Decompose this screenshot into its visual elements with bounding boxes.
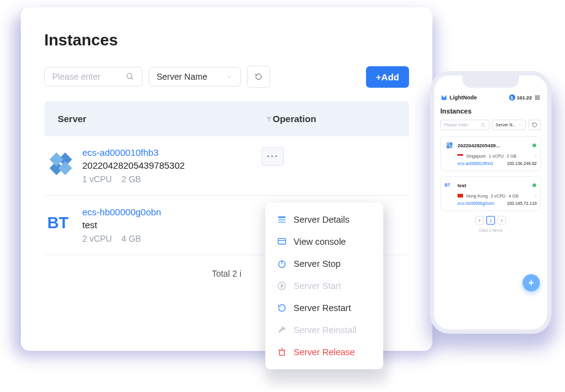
svg-text:BT: BT xyxy=(445,183,451,187)
refresh-button[interactable] xyxy=(247,66,270,88)
chevron-down-icon xyxy=(518,123,522,127)
search-placeholder: Please enter xyxy=(52,72,101,82)
col-operation-label: Operation xyxy=(273,113,395,124)
menu-server-details[interactable]: Server Details xyxy=(265,209,383,231)
pager-page[interactable]: 1 xyxy=(486,216,495,225)
search-icon xyxy=(126,72,134,81)
card-title: 20220428205439... xyxy=(458,143,500,148)
phone-instance-card[interactable]: BT test Hong Kong 2 vCPU 4 GB › ecs-hb00… xyxy=(440,176,541,211)
ip-address: 103.145.72.119 xyxy=(507,201,537,206)
menu-view-console[interactable]: View console xyxy=(265,231,383,253)
brand: LightNode xyxy=(440,94,477,101)
server-name: test xyxy=(82,220,262,230)
phone-refresh-button[interactable] xyxy=(528,120,541,130)
phone-mockup: LightNode $ 101.22 Instances Please ente… xyxy=(430,71,551,334)
col-server-label: Server xyxy=(58,113,87,124)
ecs-link[interactable]: ecs-hb00000g0obn xyxy=(458,201,494,206)
svg-point-30 xyxy=(532,183,536,187)
server-specs: 1 vCPU 2 GB xyxy=(82,174,262,184)
refresh-icon xyxy=(532,122,537,128)
pager-prev[interactable]: ‹ xyxy=(475,216,484,225)
search-icon xyxy=(481,123,486,128)
centos-icon xyxy=(47,150,75,178)
phone-total: Total 2 Items xyxy=(440,228,541,233)
phone-title: Instances xyxy=(440,107,541,115)
chevron-right-icon: › xyxy=(535,193,537,199)
operation-menu-button[interactable]: ··· xyxy=(262,147,284,166)
console-icon xyxy=(276,236,287,247)
status-dot-icon xyxy=(532,143,537,148)
operation-menu: Server Details View console Server Stop … xyxy=(265,202,383,369)
table-header: Server Operation xyxy=(44,101,409,136)
svg-rect-27 xyxy=(449,145,453,149)
ecs-link[interactable]: ecs-ad000010fhb3 xyxy=(458,161,493,166)
menu-server-restart[interactable]: Server Restart xyxy=(265,297,383,319)
svg-point-22 xyxy=(481,123,485,126)
svg-point-0 xyxy=(127,74,132,79)
details-icon xyxy=(276,214,287,225)
status-dot-icon xyxy=(532,183,537,188)
power-icon xyxy=(276,258,287,269)
server-link[interactable]: ecs-ad000010fhb3 xyxy=(82,147,262,158)
svg-rect-10 xyxy=(278,239,286,244)
centos-icon xyxy=(445,140,454,150)
page-title: Instances xyxy=(44,31,409,50)
wrench-icon xyxy=(276,325,287,336)
flag-sg-icon xyxy=(458,154,463,158)
menu-server-start: Server Start xyxy=(265,275,383,297)
hamburger-icon[interactable] xyxy=(534,94,541,101)
select-label: Server Name xyxy=(157,72,207,82)
svg-rect-9 xyxy=(278,221,286,223)
flag-hk-icon xyxy=(458,194,463,198)
phone-add-fab[interactable]: + xyxy=(523,274,540,291)
chevron-down-icon xyxy=(225,73,233,80)
menu-server-release[interactable]: Server Release xyxy=(265,341,383,363)
svg-marker-15 xyxy=(281,284,284,287)
chevron-right-icon: › xyxy=(535,153,537,159)
svg-rect-16 xyxy=(279,350,284,356)
bt-icon: BT xyxy=(47,209,75,237)
svg-rect-26 xyxy=(446,142,450,146)
trash-icon xyxy=(276,347,287,358)
svg-rect-4 xyxy=(50,153,64,167)
brand-icon xyxy=(440,94,448,101)
menu-server-stop[interactable]: Server Stop xyxy=(265,253,383,275)
ip-address: 103.136.249.82 xyxy=(507,161,537,166)
refresh-icon xyxy=(255,72,262,82)
server-specs: 2 vCPU 4 GB xyxy=(82,234,262,244)
coin-icon: $ xyxy=(509,94,515,101)
search-input[interactable]: Please enter xyxy=(44,67,142,86)
add-button[interactable]: +Add xyxy=(366,66,409,88)
server-name-select[interactable]: Server Name xyxy=(149,67,241,86)
server-link[interactable]: ecs-hb00000g0obn xyxy=(82,207,262,217)
play-icon xyxy=(276,280,287,291)
phone-search-input[interactable]: Please enter xyxy=(440,120,489,130)
svg-rect-5 xyxy=(58,161,72,175)
card-title: test xyxy=(458,183,466,188)
svg-text:BT: BT xyxy=(47,213,69,232)
balance: 101.22 xyxy=(517,95,532,101)
phone-instance-card[interactable]: 20220428205439... Singapore 1 vCPU 2 GB … xyxy=(440,136,541,171)
bt-icon: BT xyxy=(445,180,454,190)
restart-icon xyxy=(276,302,287,313)
svg-rect-7 xyxy=(278,217,286,218)
pager-next[interactable]: › xyxy=(497,216,506,225)
svg-point-28 xyxy=(532,144,536,147)
svg-rect-8 xyxy=(278,219,286,221)
filter-icon[interactable] xyxy=(265,115,273,123)
table-row: ecs-ad000010fhb3 20220428205439785302 1 … xyxy=(44,136,409,196)
phone-header: LightNode $ 101.22 xyxy=(440,94,541,101)
toolbar: Please enter Server Name +Add xyxy=(44,66,409,88)
phone-pager: ‹ 1 › xyxy=(440,216,541,225)
svg-line-1 xyxy=(131,78,133,80)
menu-server-reinstall: Server Reinstall xyxy=(265,319,383,341)
phone-select[interactable]: Server N... xyxy=(492,120,526,130)
svg-line-23 xyxy=(484,126,485,127)
server-name: 20220428205439785302 xyxy=(82,160,262,171)
